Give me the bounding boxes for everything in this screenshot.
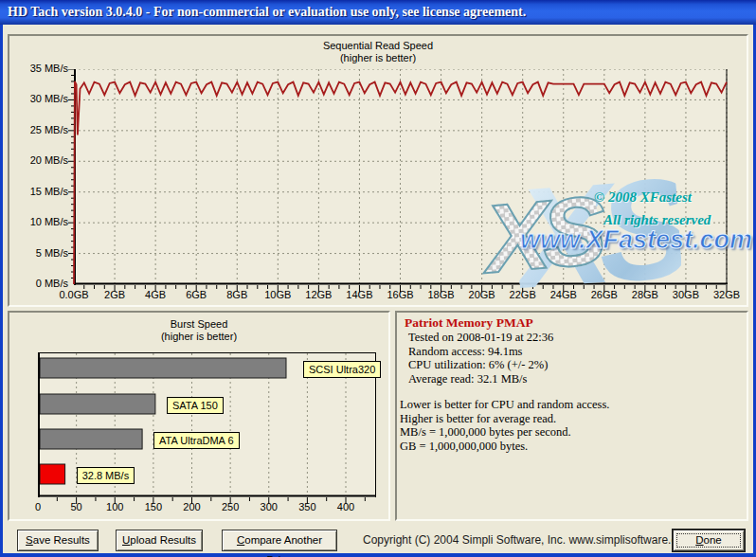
- average-read-line: Average read: 32.1 MB/s: [408, 372, 553, 386]
- burst-x-axis-label: 0: [24, 501, 52, 512]
- compare-another-drive-button[interactable]: Compare Another Drive: [222, 530, 337, 551]
- bar-value-label: SCSI Ultra320: [303, 361, 381, 378]
- y-axis-label: 5 MB/s: [9, 247, 68, 259]
- x-axis-label: 0.0GB: [52, 289, 96, 300]
- burst-speed-panel: Burst Speed (higher is better) 050100150…: [8, 311, 390, 521]
- drive-name: Patriot Memory PMAP: [405, 315, 533, 331]
- x-axis-label: 30GB: [664, 289, 708, 300]
- burst-x-axis-label: 150: [139, 501, 168, 512]
- save-label: ave Results: [33, 534, 90, 546]
- burst-x-axis-label: 350: [293, 501, 321, 512]
- bar-value-label: SATA 150: [167, 397, 224, 414]
- bar-value-label: 32.8 MB/s: [77, 467, 135, 484]
- y-axis-label: 15 MB/s: [9, 186, 68, 197]
- x-axis-label: 22GB: [501, 289, 545, 300]
- burst-x-axis-label: 300: [255, 501, 283, 512]
- copyright-text: Copyright (C) 2004 Simpli Software, Inc.…: [363, 533, 668, 547]
- done-button[interactable]: Done: [673, 530, 745, 551]
- drive-stats: Tested on 2008-01-19 at 22:36 Random acc…: [408, 331, 553, 386]
- y-axis-label: 0 MB/s: [9, 278, 68, 289]
- x-axis-label: 2GB: [93, 289, 136, 300]
- x-axis-label: 26GB: [583, 289, 626, 300]
- y-axis-label: 25 MB/s: [9, 124, 68, 135]
- tested-on-line: Tested on 2008-01-19 at 22:36: [408, 331, 553, 345]
- x-axis-label: 28GB: [623, 289, 667, 300]
- burst-x-axis-label: 400: [332, 501, 360, 512]
- x-axis-label: 8GB: [215, 289, 259, 300]
- y-axis-label: 35 MB/s: [9, 63, 68, 74]
- x-axis-label: 6GB: [174, 289, 218, 300]
- random-access-line: Random access: 94.1ms: [408, 345, 553, 359]
- x-axis-label: 24GB: [542, 289, 585, 300]
- compare-label: ompare Another Drive: [244, 534, 322, 557]
- note-line: Higher is better for average read.: [400, 412, 609, 426]
- note-line: Lower is better for CPU and random acces…: [400, 398, 609, 412]
- x-axis-label: 32GB: [705, 289, 748, 300]
- burst-x-axis-label: 250: [216, 501, 244, 512]
- burst-x-axis-label: 50: [63, 501, 91, 512]
- burst-chart-title: Burst Speed: [9, 318, 388, 330]
- note-line: MB/s = 1,000,000 bytes per second.: [400, 425, 609, 440]
- sequential-read-speed-panel: Sequential Read Speed (higher is better)…: [8, 34, 748, 307]
- burst-x-axis-label: 100: [100, 501, 129, 512]
- seq-chart-title: Sequential Read Speed: [9, 40, 747, 51]
- burst-chart-subtitle: (higher is better): [9, 331, 388, 342]
- x-axis-label: 16GB: [379, 289, 423, 300]
- seq-chart-subtitle: (higher is better): [9, 52, 747, 63]
- note-line: GB = 1,000,000,000 bytes.: [400, 440, 609, 454]
- title-bar[interactable]: HD Tach version 3.0.4.0 - For non-commer…: [0, 0, 756, 25]
- y-axis-label: 10 MB/s: [9, 216, 68, 227]
- y-axis-label: 30 MB/s: [9, 93, 68, 104]
- x-axis-label: 10GB: [256, 289, 299, 300]
- burst-x-axis-label: 200: [178, 501, 207, 512]
- explanatory-notes: Lower is better for CPU and random acces…: [400, 398, 609, 453]
- hdtach-window: HD Tach version 3.0.4.0 - For non-commer…: [0, 0, 756, 557]
- sequential-read-plot: [68, 69, 728, 293]
- y-axis-label: 20 MB/s: [9, 154, 68, 166]
- drive-info-panel: Patriot Memory PMAP Tested on 2008-01-19…: [395, 311, 748, 521]
- x-axis-label: 20GB: [460, 289, 504, 300]
- x-axis-label: 12GB: [297, 289, 340, 300]
- window-title: HD Tach version 3.0.4.0 - For non-commer…: [8, 5, 526, 19]
- x-axis-label: 18GB: [420, 289, 463, 300]
- upload-label: pload Results: [130, 534, 196, 546]
- x-axis-label: 4GB: [134, 289, 177, 300]
- save-results-button[interactable]: Save Results: [17, 530, 99, 551]
- upload-results-button[interactable]: Upload Results: [116, 530, 203, 551]
- cpu-utilization-line: CPU utilization: 6% (+/- 2%): [408, 358, 553, 372]
- bar-value-label: ATA UltraDMA 6: [153, 432, 239, 449]
- x-axis-label: 14GB: [337, 289, 381, 300]
- compare-accel: C: [237, 534, 244, 546]
- save-accel: S: [26, 534, 33, 546]
- focus-rectangle: [676, 533, 741, 548]
